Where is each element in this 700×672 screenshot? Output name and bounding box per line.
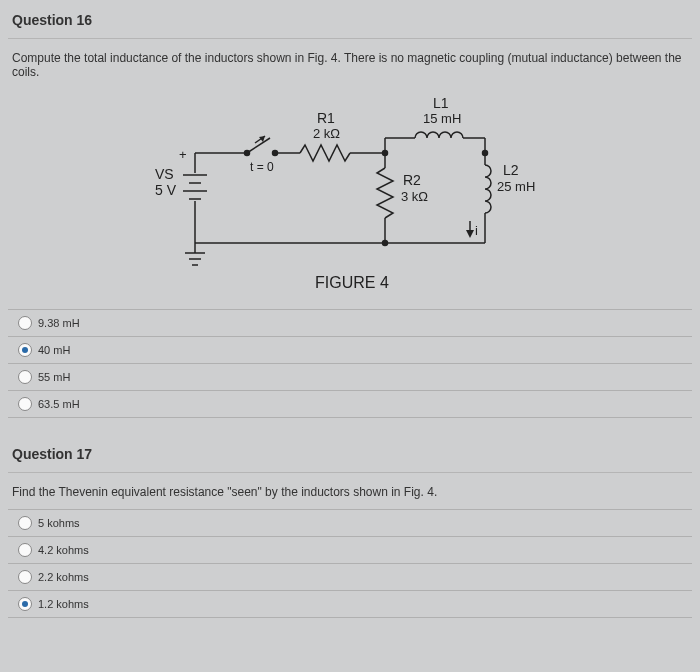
vs-name: VS: [155, 166, 174, 182]
question-17-prompt: Find the Thevenin equivalent resistance …: [8, 481, 692, 509]
vs-val: 5 V: [155, 182, 177, 198]
q16-option-2[interactable]: 55 mH: [8, 364, 692, 391]
t0-label: t = 0: [250, 160, 274, 174]
r2-name: R2: [403, 172, 421, 188]
q17-options: 5 kohms 4.2 kohms 2.2 kohms 1.2 kohms: [8, 509, 692, 618]
figure-4: + VS 5 V t = 0 R1 2 kΩ L1 15 mH R2 3 kΩ …: [8, 89, 692, 309]
figure-caption: FIGURE 4: [315, 274, 389, 291]
r1-val: 2 kΩ: [313, 126, 340, 141]
radio-icon[interactable]: [18, 397, 32, 411]
q16-options: 9.38 mH 40 mH 55 mH 63.5 mH: [8, 309, 692, 418]
option-label: 5 kohms: [38, 517, 80, 529]
l2-name: L2: [503, 162, 519, 178]
option-label: 63.5 mH: [38, 398, 80, 410]
q17-option-1[interactable]: 4.2 kohms: [8, 537, 692, 564]
radio-icon[interactable]: [18, 343, 32, 357]
option-label: 4.2 kohms: [38, 544, 89, 556]
option-label: 2.2 kohms: [38, 571, 89, 583]
option-label: 1.2 kohms: [38, 598, 89, 610]
question-16-prompt: Compute the total inductance of the indu…: [8, 47, 692, 89]
i-label: i: [475, 223, 478, 238]
question-17-header: Question 17: [8, 440, 692, 473]
l1-name: L1: [433, 95, 449, 111]
r1-name: R1: [317, 110, 335, 126]
radio-icon[interactable]: [18, 570, 32, 584]
q17-option-0[interactable]: 5 kohms: [8, 510, 692, 537]
q16-option-3[interactable]: 63.5 mH: [8, 391, 692, 418]
radio-icon[interactable]: [18, 543, 32, 557]
q16-option-0[interactable]: 9.38 mH: [8, 310, 692, 337]
q16-option-1[interactable]: 40 mH: [8, 337, 692, 364]
radio-icon[interactable]: [18, 370, 32, 384]
svg-marker-20: [466, 230, 474, 238]
q17-option-3[interactable]: 1.2 kohms: [8, 591, 692, 618]
question-16-header: Question 16: [8, 6, 692, 39]
radio-icon[interactable]: [18, 516, 32, 530]
option-label: 40 mH: [38, 344, 70, 356]
l1-val: 15 mH: [423, 111, 461, 126]
radio-icon[interactable]: [18, 316, 32, 330]
radio-icon[interactable]: [18, 597, 32, 611]
q17-option-2[interactable]: 2.2 kohms: [8, 564, 692, 591]
r2-val: 3 kΩ: [401, 189, 428, 204]
l2-val: 25 mH: [497, 179, 535, 194]
option-label: 9.38 mH: [38, 317, 80, 329]
plus-label: +: [179, 147, 187, 162]
option-label: 55 mH: [38, 371, 70, 383]
